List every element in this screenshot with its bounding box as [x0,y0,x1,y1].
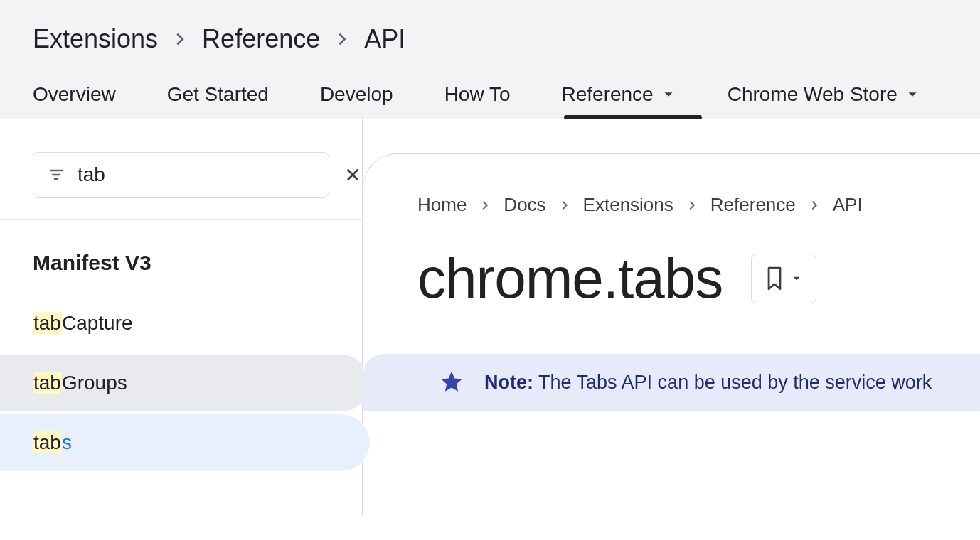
star-icon [439,369,464,395]
filter-container [0,118,362,220]
item-rest: Capture [62,312,133,334]
nav-label: Chrome Web Store [728,83,898,106]
filter-icon [48,166,65,183]
filter-input[interactable] [78,163,332,186]
sidebar-item-tabcapture[interactable]: tabCapture [0,295,370,352]
crumb-extensions[interactable]: Extensions [583,194,673,216]
note-text: Note: The Tabs API can be used by the se… [484,372,932,394]
nav-develop[interactable]: Develop [320,71,393,117]
chevron-down-icon [661,87,676,102]
main-article: Home Docs Extensions Reference API chrom… [363,153,980,411]
chevron-right-icon [479,200,491,211]
top-nav: Overview Get Started Develop How To Refe… [0,71,980,118]
breadcrumb-header: Extensions Reference API [0,24,980,71]
page-title: chrome.tabs [417,246,723,311]
main-wrapper: Home Docs Extensions Reference API chrom… [363,118,980,516]
filter-box [33,152,329,198]
content-row: Manifest V3 tabCapture tabGroups tabs Ho… [0,118,980,516]
nav-reference[interactable]: Reference [561,71,676,117]
breadcrumb-api[interactable]: API [364,24,405,54]
sidebar-heading: Manifest V3 [33,251,362,275]
nav-label: Reference [561,83,653,106]
clear-icon[interactable] [345,167,361,183]
crumb-home[interactable]: Home [417,194,467,216]
note-label: Note: [484,372,533,393]
sidebar-item-tabgroups[interactable]: tabGroups [0,355,370,411]
nav-overview[interactable]: Overview [33,71,116,117]
sidebar-item-tabs[interactable]: tabs [0,414,370,471]
note-body: The Tabs API can be used by the service … [538,372,932,393]
bookmark-button[interactable] [751,254,816,303]
chevron-right-icon [334,31,350,47]
crumb-docs[interactable]: Docs [504,194,545,216]
chevron-down-icon [790,272,803,285]
nav-label: Overview [33,83,116,106]
breadcrumb-extensions[interactable]: Extensions [33,24,158,54]
nav-get-started[interactable]: Get Started [167,71,269,117]
match-highlight: tab [33,312,62,334]
chevron-right-icon [559,200,570,211]
sidebar: Manifest V3 tabCapture tabGroups tabs [0,118,363,516]
item-rest: s [62,431,72,453]
chevron-right-icon [686,200,698,211]
note-callout: Note: The Tabs API can be used by the se… [363,354,980,411]
sidebar-nav: Manifest V3 tabCapture tabGroups tabs [0,220,362,480]
nav-chrome-web-store[interactable]: Chrome Web Store [728,71,920,117]
chevron-right-icon [172,31,188,47]
nav-how-to[interactable]: How To [444,71,511,117]
crumb-api[interactable]: API [833,194,863,216]
nav-label: Develop [320,83,393,106]
match-highlight: tab [33,372,62,394]
breadcrumb-article: Home Docs Extensions Reference API [417,194,980,216]
chevron-right-icon [809,200,820,211]
breadcrumb-reference[interactable]: Reference [202,24,320,54]
bookmark-icon [765,266,784,291]
title-row: chrome.tabs [417,246,980,311]
nav-label: How To [444,83,511,106]
crumb-reference[interactable]: Reference [710,194,796,216]
chevron-down-icon [905,87,920,102]
page-header: Extensions Reference API Overview Get St… [0,0,980,118]
nav-label: Get Started [167,83,269,106]
item-rest: Groups [62,372,127,394]
match-highlight: tab [33,431,62,453]
